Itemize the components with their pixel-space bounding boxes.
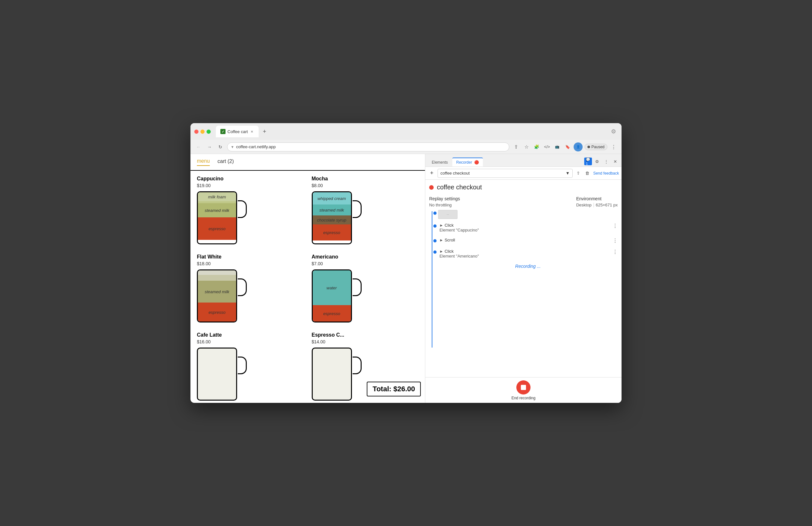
bookmark-icon[interactable]: ☆ <box>522 143 531 151</box>
coffee-name: Flat White <box>197 254 304 260</box>
devtools-icon[interactable]: </> <box>543 143 551 151</box>
mug-handle <box>238 200 247 218</box>
step-title: Click <box>445 249 454 254</box>
coffee-price: $16.00 <box>197 339 304 344</box>
settings-icon[interactable]: ⚙ <box>593 157 601 165</box>
coffee-item-mocha[interactable]: Mocha $8.00 whipped cream steamed milk c… <box>312 176 419 247</box>
step-content: ► Click Element "Americano" <box>439 249 609 258</box>
mug-handle <box>238 357 247 374</box>
step-title: Click <box>445 223 454 228</box>
chat-icon[interactable]: 💬 1 <box>584 157 592 165</box>
devtools-panel: Elements Recorder 🔴 💬 1 ⚙ ⋮ ✕ + coffee c… <box>425 154 622 403</box>
recording-title: coffee checkout <box>429 184 618 191</box>
step-dot <box>433 251 437 254</box>
steamed-milk-layer: steamed milk <box>313 205 351 215</box>
replay-settings-section: Replay settings No throttling Environmen… <box>429 196 618 207</box>
espresso-layer: espresso <box>313 224 351 240</box>
add-recording-button[interactable]: + <box>428 169 436 177</box>
export-button[interactable]: ⇧ <box>575 169 582 177</box>
step-expand-icon[interactable]: ► <box>439 223 443 228</box>
step-expand-icon[interactable]: ► <box>439 249 443 254</box>
new-tab-button[interactable]: + <box>260 127 269 136</box>
step-menu-icon[interactable]: ⋮ <box>612 249 618 255</box>
total-label: Total: $26.00 <box>373 385 415 393</box>
address-bar[interactable]: ▼ coffee-cart.netlify.app <box>227 142 509 151</box>
browser-toolbar: ← → ↻ ▼ coffee-cart.netlify.app ⇧ ☆ 🧩 </… <box>190 140 622 154</box>
tab-bar: ✓ Coffee cart ✕ + <box>216 126 269 137</box>
step-menu-icon[interactable]: ⋮ <box>612 223 618 229</box>
cafelatte-mug <box>197 348 247 403</box>
webpage-nav: menu cart (2) <box>190 154 425 171</box>
coffee-item-flatwhite[interactable]: Flat White $18.00 steamed milk <box>197 254 304 326</box>
milk-foam-layer: milk foam <box>198 192 236 201</box>
step-dot <box>433 212 437 215</box>
share-icon[interactable]: ⇧ <box>512 143 520 151</box>
step-expand-icon[interactable]: ► <box>439 238 443 242</box>
screenshot-thumbnail: ··· <box>438 210 458 219</box>
step-scroll: ► Scroll ⋮ <box>438 238 618 244</box>
recording-status-dot <box>429 185 434 190</box>
close-devtools-icon[interactable]: ✕ <box>611 157 619 165</box>
whipped-cream-layer: whipped cream <box>313 192 351 205</box>
mocha-mug: whipped cream steamed milk chocolate syr… <box>312 191 362 247</box>
back-button[interactable]: ← <box>194 143 203 151</box>
steamed-milk-layer: steamed milk <box>198 281 236 303</box>
total-toast: Total: $26.00 <box>367 382 421 396</box>
step-menu-icon[interactable]: ⋮ <box>612 238 618 244</box>
devtools-tab-icons: 💬 1 ⚙ ⋮ ✕ <box>584 157 619 167</box>
tab-elements[interactable]: Elements <box>428 158 452 167</box>
title-bar: ✓ Coffee cart ✕ + ⚙ <box>190 123 622 140</box>
maximize-button[interactable] <box>206 130 211 134</box>
cart-nav-link[interactable]: cart (2) <box>217 159 234 166</box>
paused-dot <box>588 146 590 148</box>
profile-extension-icon[interactable]: 🔖 <box>563 143 572 151</box>
water-layer: water <box>313 270 351 305</box>
mug-handle <box>352 357 362 374</box>
close-button[interactable] <box>194 130 199 134</box>
recording-selector-value: coffee checkout <box>440 171 470 176</box>
step-screenshot: ··· <box>438 210 618 219</box>
mug-handle <box>352 200 362 218</box>
traffic-lights <box>194 130 211 134</box>
tab-title: Coffee cart <box>228 129 248 134</box>
espresso-layer: espresso <box>313 305 351 322</box>
stop-recording-button[interactable] <box>516 380 531 394</box>
coffee-name: Mocha <box>312 176 419 182</box>
more-menu-icon[interactable]: ⋮ <box>609 143 618 151</box>
minimize-button[interactable] <box>200 130 205 134</box>
recording-status: Recording ... <box>438 264 618 269</box>
mug-handle <box>352 279 362 296</box>
active-tab[interactable]: ✓ Coffee cart ✕ <box>216 126 259 137</box>
devtools-body: coffee checkout Replay settings No throt… <box>425 180 622 377</box>
coffee-item-cafelatte[interactable]: Cafe Latte $16.00 <box>197 332 304 403</box>
browser-window: ✓ Coffee cart ✕ + ⚙ ← → ↻ ▼ coffee-cart.… <box>190 123 622 403</box>
mug-body <box>312 348 352 401</box>
extensions-icon[interactable]: 🧩 <box>533 143 541 151</box>
forward-button[interactable]: → <box>205 143 214 151</box>
webpage: menu cart (2) Cappucino $19.00 milk foam <box>190 154 425 403</box>
delete-button[interactable]: 🗑 <box>584 169 591 177</box>
mug-body: milk foam steamed milk espresso <box>197 191 237 244</box>
end-recording-label: End recording <box>511 396 536 400</box>
profile-button[interactable]: 👤 <box>574 142 583 151</box>
coffee-price: $8.00 <box>312 183 419 188</box>
coffee-name: Cappucino <box>197 176 304 182</box>
refresh-button[interactable]: ↻ <box>216 143 224 151</box>
cast-icon[interactable]: 📺 <box>553 143 561 151</box>
send-feedback-link[interactable]: Send feedback <box>593 171 619 176</box>
browser-content: menu cart (2) Cappucino $19.00 milk foam <box>190 154 622 403</box>
environment-label: Environment <box>576 196 618 201</box>
tab-close-icon[interactable]: ✕ <box>250 129 254 134</box>
step-content: ► Click Element "Cappucino" <box>439 223 609 232</box>
more-options-icon[interactable]: ⋮ <box>602 157 610 165</box>
step-title: Scroll <box>445 238 455 242</box>
menu-nav-link[interactable]: menu <box>197 158 210 166</box>
settings-icon[interactable]: ⚙ <box>609 127 618 136</box>
tab-recorder[interactable]: Recorder 🔴 <box>452 157 483 167</box>
mug-handle <box>238 279 247 296</box>
step-subtitle: Element "Cappucino" <box>439 228 609 232</box>
recording-selector[interactable]: coffee checkout ▼ <box>437 169 572 178</box>
coffee-item-cappucino[interactable]: Cappucino $19.00 milk foam steamed milk <box>197 176 304 247</box>
coffee-item-americano[interactable]: Americano $7.00 water espresso <box>312 254 419 326</box>
coffee-price: $19.00 <box>197 183 304 188</box>
